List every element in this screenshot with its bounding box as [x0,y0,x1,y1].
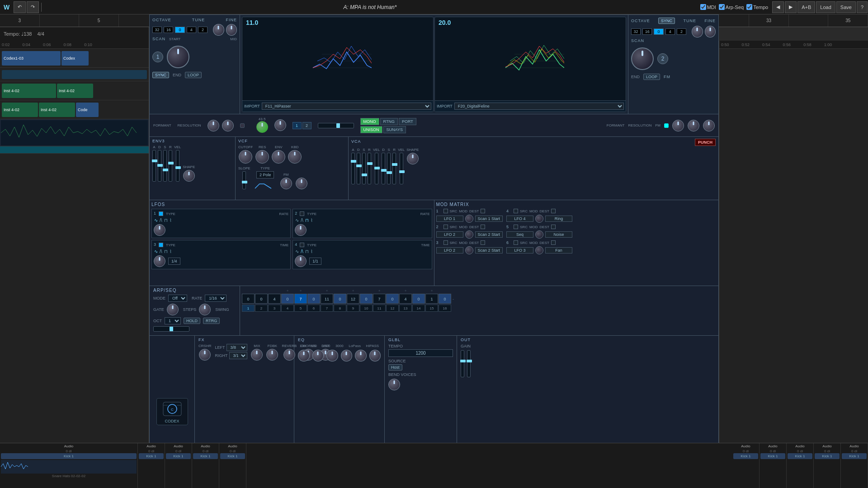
lfo3-saw[interactable]: /\ [159,249,163,254]
mod4-clear[interactable] [551,209,556,213]
lfo3-led[interactable] [159,243,163,247]
load-button[interactable]: Load [816,1,835,13]
out-right-fader[interactable] [467,350,471,377]
mix-slider[interactable] [318,123,354,128]
env3-vel-slider[interactable] [176,150,179,182]
vca-vel2-slider[interactable] [400,153,403,184]
osc2-tune-knob[interactable] [692,26,703,38]
right-delay-select[interactable]: 3/16 [229,352,247,359]
osc1-sync-btn[interactable]: SYNC [152,72,169,78]
env3-a-slider[interactable] [152,150,156,182]
wavetable1-preset-select[interactable]: F11_HiPasser [262,103,431,110]
mod5-dest-val[interactable]: Noise [545,231,572,238]
mod2-src-val[interactable]: LFO 2 [436,231,463,238]
step-num-6[interactable]: 6 [307,305,320,312]
source-btn[interactable]: Host [388,364,402,371]
mod4-check[interactable] [514,209,518,213]
mod1-check[interactable] [443,209,448,213]
env3-r-slider[interactable] [169,150,172,182]
mod1-amount-knob[interactable] [465,215,473,223]
step-num-4[interactable]: 4 [281,305,294,312]
left-delay-select[interactable]: 3/8 [226,344,247,351]
mod2-dest-val[interactable]: Scan 2 Start [475,231,503,238]
fdbk-knob[interactable] [266,349,278,361]
lfo3-sine[interactable]: ∿ [154,249,158,254]
mod6-check[interactable] [514,240,518,245]
step-13[interactable]: 4 [399,294,412,304]
step-14[interactable]: 0 [412,294,425,304]
vcf-kbd-knob[interactable] [288,150,302,164]
vcf-cutoff-knob[interactable] [239,150,252,164]
mod2-amount-knob[interactable] [465,230,473,239]
vca-r-slider[interactable] [368,153,371,184]
track-clip-inst3[interactable]: Inst 4-02 [2,103,38,117]
reverb-knob[interactable] [283,349,295,361]
mod1-dest-val[interactable]: Scan 1 Start [475,216,503,222]
mod3-check[interactable] [443,240,448,245]
lfo1-random[interactable]: ⌇ [169,218,172,223]
mod5-clear[interactable] [551,225,556,229]
step-num-8[interactable]: 8 [334,305,346,312]
wavetable2-preset-select[interactable]: F20_DigitalFeline [454,103,624,110]
mod5-src-val[interactable]: Seq [506,231,533,238]
vca-s2-slider[interactable] [387,153,391,184]
help-button[interactable]: ? [857,1,868,13]
step-num-2[interactable]: 2 [255,305,268,312]
mod2-check[interactable] [443,225,448,229]
mode-select[interactable]: Off [168,295,187,302]
oct-select[interactable]: 1 [165,317,181,324]
vca-r2-slider[interactable] [392,153,396,184]
redo-button[interactable]: ↷ [27,1,39,13]
step-num-1[interactable]: 1 [242,305,255,312]
osc1-fine-knob[interactable] [226,24,237,36]
track-clip-inst1[interactable]: Inst 4-02 [2,84,56,98]
eq-hipass-knob[interactable] [369,350,381,361]
mod4-amount-knob[interactable] [535,215,543,223]
step-3[interactable]: 4 [268,294,281,304]
mod5-amount-knob[interactable] [535,230,543,239]
sub-knob[interactable] [256,121,268,133]
lfo3-time-knob[interactable] [154,255,165,267]
punch-button[interactable]: PUNCH [695,139,716,146]
vcf-fm-knob[interactable] [280,178,292,189]
mod6-src-val[interactable]: LFO 3 [506,247,533,253]
lfo4-sine[interactable]: ∿ [295,249,299,254]
mod5-check[interactable] [514,225,518,229]
step-11[interactable]: 7 [373,294,386,304]
sunays-btn[interactable]: SUNAYS [383,126,406,133]
eq-600-knob[interactable] [312,350,324,361]
vca-vel-slider[interactable] [375,153,378,184]
track-clip-codex1[interactable]: Codex1-03 [2,51,61,66]
lfo2-square[interactable]: ⊓ [305,218,309,223]
vcf-fm-extra-knob[interactable] [296,178,307,189]
formant-knob-right[interactable] [672,120,684,131]
steps-knob[interactable] [199,304,211,315]
lfo1-saw[interactable]: /\ [159,218,163,223]
env3-s-slider[interactable] [163,150,167,182]
save-button[interactable]: Save [836,1,856,13]
mod3-clear[interactable] [481,240,485,245]
lfo4-square[interactable]: ⊓ [305,249,309,254]
track-clip-codex2[interactable]: Codex [61,51,89,66]
mod3-amount-knob[interactable] [465,246,473,254]
env3-shape-knob[interactable] [183,170,195,182]
step-8[interactable]: 0 [334,294,346,304]
rtrg-btn[interactable]: RTRG [203,318,220,324]
step-num-14[interactable]: 14 [412,305,425,312]
lfo2-led[interactable] [300,211,304,216]
eq-3000-knob[interactable] [341,350,353,361]
crshr-knob[interactable] [199,349,211,361]
lfo3-square[interactable]: ⊓ [164,249,168,254]
mod3-src-val[interactable]: LFO 2 [436,247,463,253]
mod4-dest-val[interactable]: Ring [545,216,572,222]
step-16[interactable]: 0 [439,294,451,304]
fm-knob-right[interactable] [703,120,715,131]
vcf-type-value[interactable]: 2 Pole [256,171,274,178]
step-num-13[interactable]: 13 [399,305,412,312]
vca-s-slider[interactable] [362,153,366,184]
step-10[interactable]: 0 [360,294,373,304]
mix-tab-2[interactable]: 2 [302,122,311,129]
lfo2-rate-knob[interactable] [295,224,307,236]
prev-button[interactable]: ◀ [772,1,784,13]
osc2-scan-knob[interactable] [631,47,654,70]
